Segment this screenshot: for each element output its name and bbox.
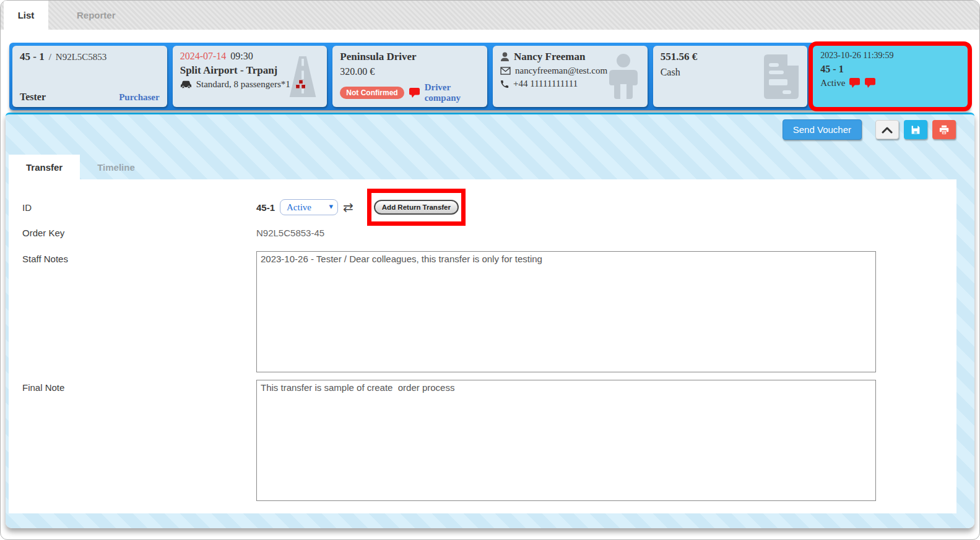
print-button[interactable] [932,120,956,139]
summary-cards-band: 45 - 1 / N92L5C5853 Tester Purchaser 202 [9,43,971,110]
status-badge: Not Confirmed [340,87,404,99]
order-key-label: Order Key [22,225,256,238]
staff-notes-label: Staff Notes [22,251,256,264]
status-select[interactable]: Active [280,199,338,215]
id-label: ID [22,202,256,213]
car-icon [180,80,192,89]
final-note-label: Final Note [22,380,256,393]
collapse-button[interactable] [875,120,899,139]
trip-date: 2024-07-14 [180,51,227,62]
printer-icon [939,125,949,135]
action-toolbar: Send Voucher [6,114,974,140]
staff-notes-row: Staff Notes 2023-10-26 - Tester / Dear c… [22,251,956,372]
driver-price: 320.00 € [340,66,375,77]
order-key-value: N92L5C5853-45 [256,225,324,238]
payment-method: Cash [661,67,680,78]
purchaser-link[interactable]: Purchaser [119,92,160,103]
id-row: ID 45-1 Active ▾ ⇄ Add Return Transfer [22,189,956,225]
top-tab-bar: List Reporter [1,1,979,30]
order-id: 45 - 1 [20,51,45,63]
luggage-icon [295,79,307,90]
status-state: Active [820,78,845,88]
status-created: 2023-10-26 11:39:59 [820,51,893,61]
customer-name: Nancy Freeman [514,51,585,63]
send-voucher-button[interactable]: Send Voucher [783,119,862,140]
annotation-rectangle: Add Return Transfer [367,189,466,226]
save-button[interactable] [904,120,927,139]
swap-transfer-icon[interactable]: ⇄ [343,201,353,213]
status-select-wrap: Active ▾ [280,199,338,215]
driver-company-link[interactable]: Driver company [425,82,480,103]
staff-notes-textarea[interactable]: 2023-10-26 - Tester / Dear colleagues, t… [256,251,876,372]
order-key-row: Order Key N92L5C5853-45 [22,225,956,250]
transfer-form: ID 45-1 Active ▾ ⇄ Add Return Transfer [9,179,956,513]
tab-transfer[interactable]: Transfer [9,155,80,179]
driver-name: Peninsula Driver [340,51,416,63]
trip-route: Split Airport - Trpanj [180,64,278,77]
order-code: N92L5C5853 [56,52,107,62]
chevron-up-icon [882,126,893,134]
order-separator: / [49,52,51,62]
driver-card: Peninsula Driver 320.00 € Not Confirmed … [332,46,487,107]
customer-email: nancyfreeman@test.com [515,66,607,76]
payment-card: 551.56 € Cash [653,46,808,107]
driver-chat-icon[interactable] [409,88,420,98]
customer-card: Nancy Freeman nancyfreeman@test.com + [493,46,648,107]
add-return-transfer-button[interactable]: Add Return Transfer [374,200,459,215]
status-chat-icon-1[interactable] [849,78,861,88]
trip-vehicle: Standard, 8 passengers*1 [196,79,290,90]
status-id: 45 - 1 [820,64,843,75]
email-icon [500,67,511,75]
status-chat-icon-2[interactable] [865,78,876,88]
detail-tab-bar: Transfer Timeline [9,155,974,179]
trip-time: 09:30 [230,51,253,62]
transfer-id-value: 45-1 [256,202,275,213]
final-note-row: Final Note This transfer is sample of cr… [22,380,956,501]
phone-icon [500,80,509,88]
person-icon [500,52,510,62]
order-customer-name: Tester [20,92,46,103]
status-card: 2023-10-26 11:39:59 45 - 1 Active [813,46,968,107]
detail-panel: Send Voucher [6,113,974,528]
tab-list[interactable]: List [4,1,48,30]
tab-reporter[interactable]: Reporter [66,1,127,30]
customer-phone: +44 11111111111 [513,79,578,89]
app-window: List Reporter 45 - 1 / N92L5C5853 Tester… [0,0,980,540]
trip-card: 2024-07-14 09:30 Split Airport - Trpanj … [173,46,327,107]
save-icon [911,125,921,135]
tab-timeline[interactable]: Timeline [80,155,152,179]
final-note-textarea[interactable]: This transfer is sample of create order … [256,380,876,501]
payment-amount: 551.56 € [661,51,698,63]
order-card: 45 - 1 / N92L5C5853 Tester Purchaser [12,46,167,107]
